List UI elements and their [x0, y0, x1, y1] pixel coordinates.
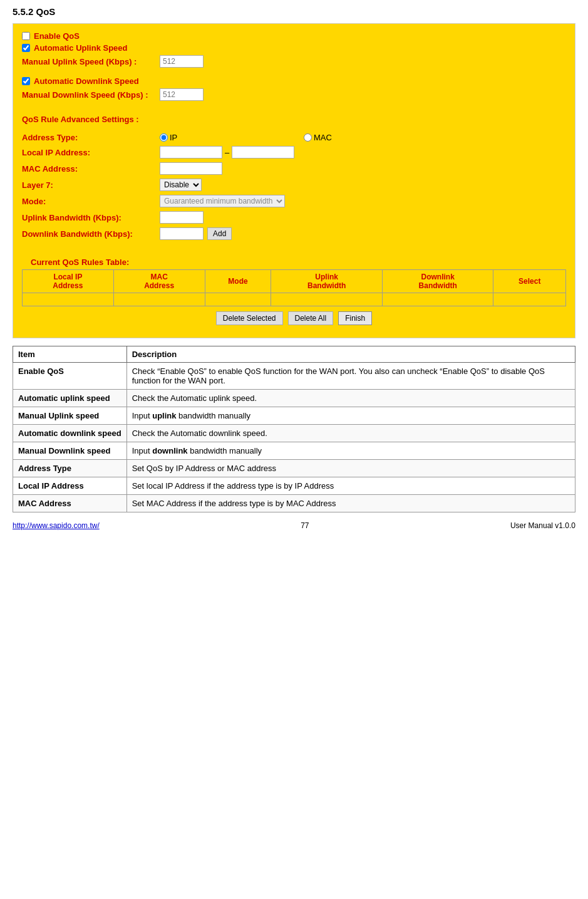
desc-row: MAC AddressSet MAC Address if the addres…	[13, 495, 575, 512]
footer-right-text: User Manual v1.0.0	[510, 521, 575, 530]
auto-downlink-row: Automatic Downlink Speed	[22, 76, 566, 86]
table-buttons: Delete Selected Delete All Finish	[22, 306, 566, 330]
ip-range-dash: –	[225, 148, 229, 157]
desc-row: Manual Downlink speedInput downlink band…	[13, 442, 575, 460]
enable-qos-label: Enable QoS	[34, 31, 80, 41]
enable-qos-row: Enable QoS	[22, 31, 566, 41]
desc-description-6: Set local IP Address if the address type…	[126, 477, 575, 495]
desc-row: Automatic downlink speedCheck the Automa…	[13, 425, 575, 442]
radio-mac[interactable]	[304, 133, 312, 142]
desc-row: Address TypeSet QoS by IP Address or MAC…	[13, 460, 575, 477]
local-ip-row: Local IP Address: –	[22, 146, 566, 158]
footer: http://www.sapido.com.tw/ 77 User Manual…	[13, 521, 575, 530]
address-type-row: Address Type: IP MAC	[22, 133, 566, 142]
advanced-settings-label: QoS Rule Advanced Settings :	[22, 115, 566, 124]
desc-description-3: Check the Automatic downlink speed.	[126, 425, 575, 442]
address-type-radio-group: IP MAC	[160, 133, 441, 142]
auto-downlink-checkbox[interactable]	[22, 77, 30, 85]
layer7-label: Layer 7:	[22, 180, 160, 190]
desc-row: Enable QoSCheck “Enable QoS” to enable Q…	[13, 363, 575, 390]
col-uplink-bw: UplinkBandwidth	[271, 270, 383, 293]
desc-item-4: Manual Downlink speed	[13, 442, 127, 460]
manual-downlink-label: Manual Downlink Speed (Kbps) :	[22, 90, 160, 100]
qos-panel: Enable QoS Automatic Uplink Speed Manual…	[13, 23, 575, 338]
desc-row: Manual Uplink speedInput uplink bandwidt…	[13, 407, 575, 425]
rules-table: Local IPAddress MACAddress Mode UplinkBa…	[22, 269, 566, 306]
desc-item-5: Address Type	[13, 460, 127, 477]
desc-description-7: Set MAC Address if the address type is b…	[126, 495, 575, 512]
table-row-empty	[23, 293, 566, 306]
auto-uplink-label: Automatic Uplink Speed	[34, 43, 128, 53]
layer7-row: Layer 7: Disable	[22, 179, 566, 191]
radio-ip-label[interactable]: IP	[160, 133, 297, 142]
description-table: Item Description Enable QoSCheck “Enable…	[13, 346, 575, 512]
section-title: 5.5.2 QoS	[13, 6, 575, 17]
uplink-bw-row: Uplink Bandwidth (Kbps):	[22, 211, 566, 224]
desc-item-2: Manual Uplink speed	[13, 407, 127, 425]
desc-description-2: Input uplink bandwidth manually	[126, 407, 575, 425]
mode-select[interactable]: Guaranteed minimum bandwidth	[160, 195, 285, 207]
finish-button[interactable]: Finish	[338, 311, 372, 325]
desc-description-4: Input downlink bandwidth manually	[126, 442, 575, 460]
layer7-select[interactable]: Disable	[160, 179, 202, 191]
desc-item-0: Enable QoS	[13, 363, 127, 390]
auto-downlink-label: Automatic Downlink Speed	[34, 76, 139, 86]
auto-uplink-row: Automatic Uplink Speed	[22, 43, 566, 53]
desc-item-7: MAC Address	[13, 495, 127, 512]
address-type-label: Address Type:	[22, 133, 160, 142]
desc-description-0: Check “Enable QoS” to enable QoS functio…	[126, 363, 575, 390]
footer-link[interactable]: http://www.sapido.com.tw/	[13, 521, 100, 530]
col-local-ip: Local IPAddress	[23, 270, 114, 293]
manual-downlink-input[interactable]	[160, 88, 204, 101]
mode-label: Mode:	[22, 197, 160, 206]
mac-address-label: MAC Address:	[22, 164, 160, 174]
mode-row: Mode: Guaranteed minimum bandwidth	[22, 195, 566, 207]
col-mac-address: MACAddress	[113, 270, 205, 293]
delete-selected-button[interactable]: Delete Selected	[216, 311, 283, 325]
col-downlink-bw: DownlinkBandwidth	[382, 270, 493, 293]
desc-col-item: Item	[13, 346, 127, 363]
desc-description-5: Set QoS by IP Address or MAC address	[126, 460, 575, 477]
delete-all-button[interactable]: Delete All	[288, 311, 334, 325]
add-button[interactable]: Add	[207, 227, 232, 240]
manual-uplink-input[interactable]	[160, 55, 204, 68]
desc-col-description: Description	[126, 346, 575, 363]
manual-uplink-row: Manual Uplink Speed (Kbps) :	[22, 55, 566, 68]
downlink-bw-input[interactable]	[160, 227, 204, 240]
desc-row: Local IP AddressSet local IP Address if …	[13, 477, 575, 495]
desc-item-3: Automatic downlink speed	[13, 425, 127, 442]
col-select: Select	[493, 270, 566, 293]
footer-page-number: 77	[100, 521, 510, 530]
desc-description-1: Check the Automatic uplink speed.	[126, 390, 575, 407]
mac-address-input[interactable]	[160, 162, 222, 175]
local-ip-input-end[interactable]	[232, 146, 294, 158]
radio-mac-label[interactable]: MAC	[304, 133, 441, 142]
mac-address-row: MAC Address:	[22, 162, 566, 175]
downlink-bw-label: Downlink Bandwidth (Kbps):	[22, 229, 160, 239]
desc-item-1: Automatic uplink speed	[13, 390, 127, 407]
local-ip-label: Local IP Address:	[22, 148, 160, 157]
manual-downlink-row: Manual Downlink Speed (Kbps) :	[22, 88, 566, 101]
auto-uplink-checkbox[interactable]	[22, 44, 30, 52]
desc-row: Automatic uplink speedCheck the Automati…	[13, 390, 575, 407]
uplink-bw-label: Uplink Bandwidth (Kbps):	[22, 213, 160, 222]
col-mode: Mode	[205, 270, 271, 293]
manual-uplink-label: Manual Uplink Speed (Kbps) :	[22, 57, 160, 66]
radio-ip[interactable]	[160, 133, 168, 142]
current-rules-label: Current QoS Rules Table:	[22, 254, 566, 269]
desc-item-6: Local IP Address	[13, 477, 127, 495]
uplink-bw-input[interactable]	[160, 211, 204, 224]
downlink-bw-row: Downlink Bandwidth (Kbps): Add	[22, 227, 566, 240]
enable-qos-checkbox[interactable]	[22, 32, 30, 40]
local-ip-input-start[interactable]	[160, 146, 222, 158]
